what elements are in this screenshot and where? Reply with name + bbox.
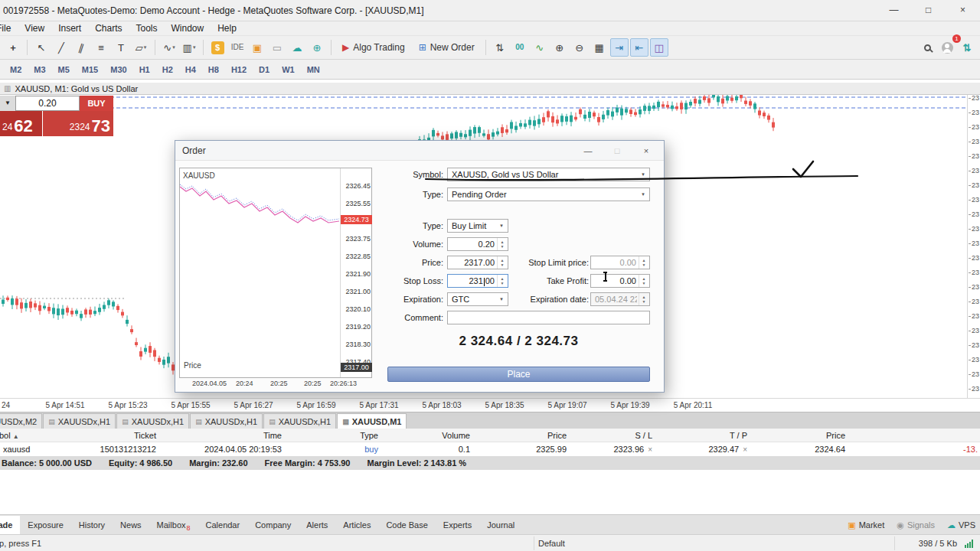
dollar-icon[interactable]: $ [208, 38, 227, 57]
price-stepper[interactable]: 2317.00 ▲▼ [447, 256, 508, 269]
text-tool-icon[interactable]: T [112, 38, 130, 57]
toolbox-tab-exposure[interactable]: Exposure [20, 516, 70, 534]
tf-mn[interactable]: MN [302, 63, 325, 77]
wave-icon[interactable]: ∿ [531, 38, 549, 57]
toolbox-tab-articles[interactable]: Articles [335, 516, 378, 534]
shapes-icon[interactable]: ▱▾ [132, 38, 150, 57]
transfer-icon[interactable]: ⇅ [958, 38, 976, 57]
notifications-avatar[interactable]: 1 [938, 38, 956, 57]
volume-stepper[interactable]: 0.20 ▲▼ [447, 237, 508, 251]
symbol-select[interactable]: XAUUSD, Gold vs US Dollar ▾ [447, 168, 650, 181]
crosshair-icon[interactable]: + [4, 38, 22, 57]
remove-level-button[interactable]: × [648, 445, 652, 454]
cloud-icon[interactable]: ☁ [288, 38, 306, 57]
signals-button[interactable]: ◉Signals [897, 520, 935, 530]
toolbox-tab-alerts[interactable]: Alerts [299, 516, 335, 534]
vps-button[interactable]: ☁VPS [947, 520, 975, 530]
remove-level-button[interactable]: × [743, 445, 747, 454]
stop-loss-input[interactable]: 23100 ▲▼ [447, 274, 508, 288]
spinner-arrows[interactable]: ▲▼ [497, 275, 507, 287]
tf-w1[interactable]: W1 [276, 63, 300, 77]
column-header-time[interactable]: Time [163, 431, 282, 440]
tf-m15[interactable]: M15 [77, 63, 103, 77]
spinner-arrows[interactable]: ▲▼ [497, 256, 507, 269]
market-button[interactable]: ▣Market [848, 520, 884, 530]
chevron-down-icon[interactable]: ▾ [638, 169, 648, 180]
tf-h8[interactable]: H8 [203, 63, 224, 77]
chart-type-icon[interactable]: ▥▾ [180, 38, 198, 57]
channel-icon[interactable]: ∥ [72, 38, 90, 57]
toolbox-tab-experts[interactable]: Experts [436, 516, 479, 534]
chevron-down-icon[interactable]: ▾ [496, 220, 507, 231]
oneclick-volume-input[interactable]: 0.20 [15, 96, 80, 111]
toolbox-tab-mailbox[interactable]: Mailbox8 [149, 516, 198, 534]
ide-button[interactable]: IDE [228, 38, 247, 57]
tf-d1[interactable]: D1 [253, 63, 275, 77]
cell[interactable]: 0.1 [382, 445, 470, 454]
tf-h1[interactable]: H1 [134, 63, 155, 77]
column-header-price[interactable]: Price [473, 431, 567, 440]
column-header-price[interactable]: Price [752, 431, 845, 440]
menu-help[interactable]: Help [211, 23, 243, 34]
place-button[interactable]: Place [387, 367, 650, 382]
chart-tab-XAUUSDx,H1[interactable]: ▤XAUUSDx,H1 [116, 413, 189, 429]
cell[interactable]: 2324.64 [752, 445, 845, 454]
chart-tab-XAUUSDx,M2[interactable]: ▤XAUUSDx,M2 [0, 413, 42, 429]
panels-icon[interactable]: ◫ [650, 38, 668, 57]
column-header-volume[interactable]: Volume [382, 431, 470, 440]
pause-icon[interactable]: 00 [511, 38, 529, 57]
toolbox-tab-news[interactable]: News [113, 516, 149, 534]
chart-tab-XAUUSDx,H1[interactable]: ▤XAUUSDx,H1 [43, 413, 116, 429]
cell[interactable]: 2329.47× [657, 445, 747, 454]
cursor-icon[interactable]: ↖ [32, 38, 51, 57]
column-header-ticket[interactable]: Ticket [80, 431, 156, 440]
updown-icon[interactable]: ⇅ [491, 38, 509, 57]
globe-icon[interactable]: ⊕ [308, 38, 326, 57]
spinner-arrows[interactable]: ▲▼ [497, 238, 507, 250]
zoom-in-icon[interactable]: ⊕ [550, 38, 569, 57]
tf-m3[interactable]: M3 [28, 63, 51, 77]
tf-h4[interactable]: H4 [180, 63, 201, 77]
tf-h12[interactable]: H12 [226, 63, 252, 77]
horizontal-line-icon[interactable]: ≡ [92, 38, 110, 57]
column-header-t/p[interactable]: T / P [657, 431, 747, 440]
grid-icon[interactable]: ▦ [590, 38, 609, 57]
comment-input[interactable] [447, 311, 650, 324]
toolbox-tab-history[interactable]: History [71, 516, 113, 534]
time-axis[interactable]: 245 Apr 14:515 Apr 15:235 Apr 15:555 Apr… [0, 398, 980, 412]
objects-icon[interactable]: ∿▾ [160, 38, 178, 57]
column-header-type[interactable]: Type [290, 431, 378, 440]
price-axis[interactable]: 2323232323232323232323232323232323232323… [967, 95, 980, 398]
tf-m30[interactable]: M30 [105, 63, 132, 77]
expiration-select[interactable]: GTC ▾ [447, 292, 508, 306]
tf-h2[interactable]: H2 [157, 63, 178, 77]
chart-tab-XAUUSDx,H1[interactable]: ▤XAUUSDx,H1 [190, 413, 263, 429]
cell[interactable]: 150131213212 [80, 445, 156, 454]
toolbox-tab-company[interactable]: Company [247, 516, 299, 534]
trade-table-row[interactable]: xauusd1501312132122024.04.05 20:19:53buy… [0, 442, 980, 456]
toolbox-tab-calendar[interactable]: Calendar [198, 516, 248, 534]
maximize-button[interactable]: □ [911, 0, 946, 21]
order-dialog-titlebar[interactable]: Order — □ × [175, 141, 664, 161]
take-profit-stepper[interactable]: 0.00 ▲▼ [590, 274, 650, 288]
column-header-s/l[interactable]: S / L [562, 431, 652, 440]
plugin-icon[interactable]: ▭ [268, 38, 286, 57]
pending-type-select[interactable]: Buy Limit ▾ [447, 219, 508, 233]
menu-window[interactable]: Window [165, 23, 211, 34]
new-order-button[interactable]: ⊞New Order [413, 38, 481, 57]
dialog-close-button[interactable]: × [632, 142, 661, 160]
menu-charts[interactable]: Charts [88, 23, 129, 34]
package-icon[interactable]: ▣ [248, 38, 266, 57]
zoom-out-icon[interactable]: ⊖ [570, 38, 589, 57]
oneclick-buy-price-button[interactable]: 2324 73 [43, 111, 113, 136]
minimize-button[interactable]: — [877, 0, 911, 21]
chart-tab-XAUUSD,M1[interactable]: ▤XAUUSD,M1 [337, 413, 407, 429]
cell[interactable]: 2024.04.05 20:19:53 [163, 445, 282, 454]
profile-name[interactable]: Default [538, 539, 565, 548]
cell[interactable]: buy [290, 445, 378, 454]
cell[interactable]: 2323.96× [562, 445, 652, 454]
oneclick-sell-price-button[interactable]: 24 62 [0, 111, 42, 136]
search-icon[interactable] [918, 38, 936, 57]
toolbox-tab-journal[interactable]: Journal [479, 516, 522, 534]
oneclick-menu-button[interactable]: ▼ [0, 96, 15, 111]
